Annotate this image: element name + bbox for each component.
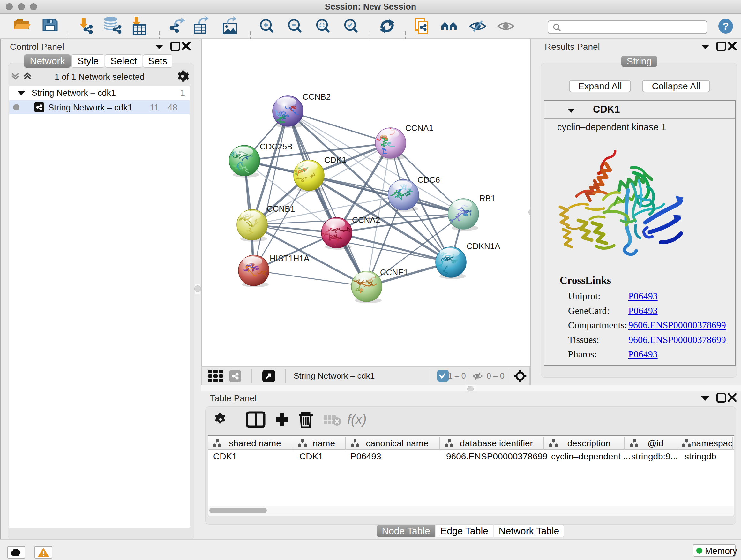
- svg-text:CDK1: CDK1: [324, 155, 346, 165]
- svg-text:CDKN1A: CDKN1A: [467, 241, 500, 251]
- svg-text:CCNE1: CCNE1: [380, 267, 408, 277]
- svg-text:HIST1H1A: HIST1H1A: [270, 253, 310, 263]
- svg-text:CDC6: CDC6: [417, 175, 440, 185]
- svg-text:CDC25B: CDC25B: [260, 142, 293, 151]
- svg-text:CCNA2: CCNA2: [352, 215, 380, 225]
- svg-text:f(x): f(x): [347, 412, 366, 427]
- svg-text:CCNA1: CCNA1: [405, 123, 433, 133]
- svg-text:CCNB2: CCNB2: [302, 92, 331, 102]
- svg-text:CCNB1: CCNB1: [267, 204, 295, 213]
- svg-text:RB1: RB1: [479, 193, 495, 203]
